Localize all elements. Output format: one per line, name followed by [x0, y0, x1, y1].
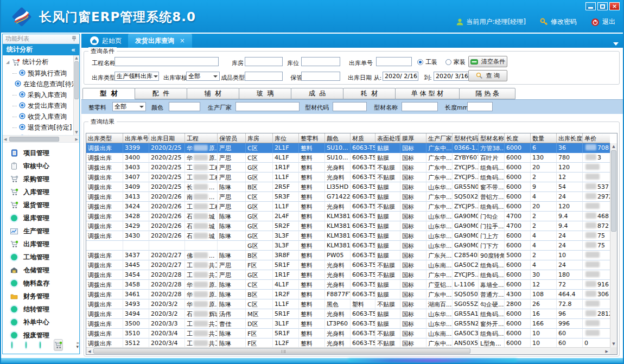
table-row[interactable]: 调拨出库34372020/2/27佛...陈琳B区3R8F整料PW056063-…	[86, 251, 610, 260]
sidebar-item-结转管理[interactable]: 结转管理	[3, 303, 79, 316]
tree-item[interactable]: 在途信息查询[待定]	[3, 79, 79, 90]
maximize-button[interactable]	[597, 2, 608, 10]
sidebar-item-生产管理[interactable]: 生产管理	[3, 225, 79, 238]
green-circle-icon[interactable]	[26, 342, 27, 348]
column-header-颜色[interactable]: 颜色	[325, 133, 351, 143]
column-header-长度[interactable]: 长度	[505, 133, 531, 143]
scroll-thumb[interactable]	[9, 137, 59, 142]
sidebar-item-物料盘存[interactable]: 物料盘存	[3, 277, 79, 290]
column-header-整零料[interactable]: 整零料	[299, 133, 325, 143]
tree-vertical-scrollbar[interactable]: ▲ ▼	[73, 55, 79, 135]
tree-expand-icon[interactable]: ◢	[6, 60, 9, 65]
profile-name-input[interactable]	[402, 102, 438, 111]
material-tab-耗材[interactable]: 耗 材	[343, 88, 396, 99]
date-from-select[interactable]: 2020/ 2/16	[383, 72, 418, 81]
scroll-thumb[interactable]	[611, 150, 616, 232]
table-row[interactable]: G区3L3F整料KLM38176063-T5贴膜国标山东华...GA90M09.…	[86, 241, 610, 251]
column-header-数量[interactable]: 数量	[531, 133, 557, 143]
sidebar-item-审核中心[interactable]: 审核中心	[3, 159, 79, 173]
tree-item[interactable]: 收货入库查询	[3, 111, 79, 122]
grid-vertical-scrollbar[interactable]: ▲ ▼	[610, 143, 617, 347]
collapse-icon[interactable]: «	[71, 46, 75, 54]
sidebar-item-采购管理[interactable]: 采购管理	[3, 173, 79, 186]
material-tab-辅材[interactable]: 辅 材	[187, 88, 239, 99]
tab-shipment-outbound-query[interactable]: 发货出库查询 ×	[128, 34, 192, 48]
tree-root-statistics[interactable]: ◢ 统计分析	[3, 55, 79, 68]
table-row[interactable]: 调拨出库34132020/2/26南...严思C区5R3F整料G71422606…	[86, 192, 610, 202]
table-row[interactable]: 调拨出库34542020/2/28工共工程严思G区1R1F整料光身料6063-T…	[86, 270, 610, 280]
tree-horizontal-scrollbar[interactable]: ◀ ▶	[3, 136, 79, 143]
scroll-thumb[interactable]	[93, 348, 470, 354]
close-button[interactable]: ×	[609, 2, 620, 10]
tab-home[interactable]: 起始页	[84, 34, 128, 48]
more-panels-button[interactable]: »▾	[76, 341, 79, 349]
table-row[interactable]: 调拨出库33992020/2/25华原...严思C区2L1F整料SU10...6…	[86, 143, 610, 153]
column-header-材质[interactable]: 材质	[351, 133, 375, 143]
color-input[interactable]	[169, 102, 200, 111]
column-header-库房[interactable]: 库房	[246, 133, 273, 143]
table-row[interactable]: 调拨出库34942020/3/2石辉城汤伟M区5R1F整料光身料6063-T5贴…	[86, 309, 610, 319]
table-row[interactable]: 调拨出库34932020/3/2华原...陈琳C区1L1F整料黑色塑料不贴膜国标…	[86, 299, 610, 309]
scroll-thumb[interactable]	[74, 61, 79, 99]
material-tab-单体型材[interactable]: 单 体 型 材	[395, 88, 460, 99]
sidebar-item-补单中心[interactable]: 补单中心	[3, 316, 79, 329]
scroll-down-icon[interactable]: ▼	[610, 342, 617, 346]
tree-item[interactable]: 退货查询[待定]	[3, 122, 79, 133]
radio-gongzhuang[interactable]: 工装	[417, 58, 437, 66]
table-row[interactable]: 调拨出库34582020/2/28华原...陈琳C区4L1F整料光身料6063-…	[86, 280, 610, 290]
whole-part-select[interactable]: 全部	[112, 102, 146, 111]
clear-conditions-button[interactable]: 清空条件	[468, 56, 507, 67]
table-row[interactable]: 调拨出库34292020/2/26石城陈琳G区5R2F整料KLM38176063…	[86, 221, 610, 231]
material-tab-隔热条[interactable]: 隔 热 条	[459, 88, 515, 99]
scroll-right-icon[interactable]: ▶	[75, 137, 78, 142]
table-row[interactable]: 调拨出库34452020/2/27工共工程严思F区5R1F整料光身料6063-T…	[86, 260, 610, 270]
manufacturer-input[interactable]	[235, 102, 300, 111]
material-tab-型材[interactable]: 型 材	[82, 88, 135, 99]
profile-code-input[interactable]	[333, 102, 367, 111]
length-input[interactable]	[467, 102, 493, 111]
column-header-库位[interactable]: 库位	[273, 133, 299, 143]
audit-select[interactable]: 全部	[186, 72, 220, 81]
minimize-button[interactable]	[585, 2, 596, 10]
scroll-up-icon[interactable]: ▲	[610, 144, 617, 149]
search-button[interactable]: 查 询	[468, 70, 507, 81]
table-row[interactable]: 调拨出库34612020/2/28华原...陈琳B区1R2F整料F8877FT6…	[86, 290, 610, 299]
column-header-出库单号[interactable]: 出库单号	[123, 133, 149, 143]
logout-button[interactable]: 退出	[591, 17, 615, 27]
warehouse-input[interactable]	[245, 57, 283, 66]
column-header-出库长度[interactable]: 出库长度	[557, 133, 583, 143]
scroll-left-icon[interactable]: ◀	[88, 349, 91, 354]
product-type-input[interactable]	[245, 72, 283, 81]
sidebar-item-仓储管理[interactable]: 仓储管理	[3, 264, 79, 277]
table-row[interactable]: 调拨出库34242020/2/26工工程严思G区1L1F整料光身料6063-T5…	[86, 202, 610, 212]
change-password-button[interactable]: 修改密码	[540, 17, 577, 27]
green-circle-icon[interactable]	[11, 342, 12, 348]
table-row[interactable]: 调拨出库34282020/2/26石城陈琳G区2L4F整料KLM38176063…	[86, 212, 610, 221]
table-row[interactable]: 调拨出库35002020/3/3工共工程曹佳D区3L1F整料LT3P606063…	[86, 319, 610, 329]
project-name-input[interactable]	[114, 57, 219, 66]
column-header-膜厚[interactable]: 膜厚	[400, 133, 426, 143]
column-header-型材代码[interactable]: 型材代码	[453, 133, 479, 143]
table-row[interactable]: 调拨出库34302020/2/26石城陈琳G区3L3F整料KLM38176063…	[86, 231, 610, 241]
column-header-单价[interactable]: 单价	[583, 133, 610, 143]
close-tab-icon[interactable]: ×	[180, 37, 185, 44]
green-circle-icon[interactable]	[40, 342, 41, 348]
column-header-表面处理[interactable]: 表面处理	[375, 133, 400, 143]
scroll-left-icon[interactable]: ◀	[4, 137, 7, 142]
grid-horizontal-scrollbar[interactable]: ◀ ▶	[86, 347, 610, 354]
tab-list-dropdown-icon[interactable]	[613, 42, 619, 46]
sidebar-item-入库管理[interactable]: 入库管理	[3, 186, 79, 199]
scroll-down-icon[interactable]: ▼	[74, 130, 79, 135]
table-row[interactable]: 调拨出库34002020/2/25华原...严思C区4L1F整料SU10...6…	[86, 153, 610, 163]
tree-item[interactable]: 发货出库查询	[3, 100, 79, 111]
scroll-right-icon[interactable]: ▶	[606, 349, 608, 354]
table-row[interactable]: 调拨出库34092020/2/25长...陈琳B区2R5F整料LI35HD606…	[86, 182, 610, 192]
table-row[interactable]: 调拨出库35102020/3/4工共工程陈琳F区5R1F整料光身料6063-T5…	[86, 329, 610, 339]
tree-item[interactable]: 采购入库查询	[3, 90, 79, 100]
pin-icon[interactable]	[72, 36, 77, 42]
sidebar-item-退库管理[interactable]: 退库管理	[3, 212, 79, 225]
column-header-保管员[interactable]: 保管员	[218, 133, 246, 143]
column-header-工程[interactable]: 工程	[185, 133, 218, 143]
out-type-select[interactable]: 生产领料出库	[114, 72, 159, 81]
date-to-select[interactable]: 2020/ 3/16	[434, 72, 469, 81]
